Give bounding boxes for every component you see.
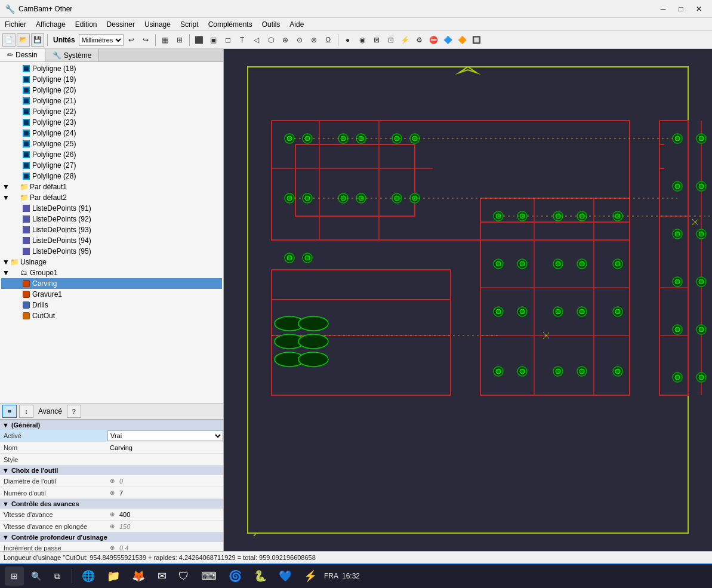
start-button[interactable]: ⊞	[5, 567, 24, 586]
tree-item[interactable]: ListeDePoints (95)	[1, 246, 222, 257]
tool4[interactable]: T	[236, 33, 249, 47]
tab-dessin[interactable]: ✏ Dessin	[0, 49, 45, 61]
tool19[interactable]: 🔶	[456, 33, 469, 47]
tree-expand[interactable]: ▼	[2, 193, 10, 202]
props-row[interactable]: Style	[0, 454, 223, 466]
tool13[interactable]: ⊠	[370, 33, 383, 47]
tree-item[interactable]: Carving	[1, 278, 222, 289]
tree-item[interactable]: ▼📁Usinage	[1, 257, 222, 267]
tree-item[interactable]: Polyligne (18)	[1, 63, 222, 74]
tree-item[interactable]: ListeDePoints (92)	[1, 214, 222, 224]
tree-item[interactable]: Polyligne (25)	[1, 138, 222, 149]
tree-item[interactable]: Polyligne (24)	[1, 128, 222, 138]
menu-edition[interactable]: Edition	[70, 19, 102, 30]
tree-item[interactable]: ▼📁Par défaut2	[1, 192, 222, 203]
task-view-button[interactable]: ⧉	[48, 567, 67, 586]
tree-item[interactable]: Polyligne (22)	[1, 106, 222, 117]
tool20[interactable]: 🔲	[470, 33, 483, 47]
tool18[interactable]: 🔷	[442, 33, 455, 47]
props-row[interactable]: Diamètre de l'outil⊕0	[0, 475, 223, 487]
tool2[interactable]: ▣	[207, 33, 220, 47]
tree-item[interactable]: Polyligne (27)	[1, 160, 222, 171]
tool15[interactable]: ⚡	[399, 33, 412, 47]
save-button[interactable]: 💾	[31, 33, 44, 47]
tool6[interactable]: ⬡	[264, 33, 278, 47]
tree-item[interactable]: ListeDePoints (93)	[1, 224, 222, 235]
tree-item[interactable]: Polyligne (23)	[1, 117, 222, 128]
grid-icon[interactable]: ▦	[159, 33, 172, 47]
arrow-right-icon[interactable]: ↪	[139, 33, 152, 47]
taskbar-electric[interactable]: ⚡	[299, 567, 322, 586]
tool8[interactable]: ⊙	[293, 33, 306, 47]
props-btn[interactable]: ≡	[2, 405, 17, 418]
props-value-select[interactable]: Vrai	[107, 430, 223, 441]
menu-script[interactable]: Script	[175, 19, 204, 30]
tree-item[interactable]: ListeDePoints (91)	[1, 203, 222, 214]
tree-item[interactable]: CutOut	[1, 310, 222, 321]
close-button[interactable]: ✕	[691, 2, 707, 16]
tool17[interactable]: ⛔	[427, 33, 440, 47]
tree-item[interactable]: Gravure1	[1, 289, 222, 300]
props-row[interactable]: Vitesse d'avance en plongée⊕150	[0, 521, 223, 532]
tool14[interactable]: ⊡	[384, 33, 397, 47]
menu-aide[interactable]: Aide	[285, 19, 309, 30]
new-button[interactable]: 📄	[2, 33, 16, 47]
sep4	[338, 34, 338, 46]
tree-item[interactable]: Drills	[1, 300, 222, 310]
tree-view[interactable]: Polyligne (18)Polyligne (19)Polyligne (2…	[0, 62, 223, 403]
tool12[interactable]: ◉	[356, 33, 369, 47]
menu-complements[interactable]: Compléments	[204, 19, 257, 30]
tool16[interactable]: ⚙	[413, 33, 426, 47]
arrow-left-icon[interactable]: ↩	[125, 33, 138, 47]
maximize-button[interactable]: □	[673, 2, 689, 16]
props-row[interactable]: NomCarving	[0, 442, 223, 454]
menu-fichier[interactable]: Fichier	[0, 19, 31, 30]
help-btn[interactable]: ?	[67, 405, 81, 418]
props-row[interactable]: ActivéVrai	[0, 430, 223, 442]
tree-item-label: Groupe1	[30, 269, 58, 277]
tool11[interactable]: ●	[341, 33, 355, 47]
taskbar-vscode[interactable]: 💙	[274, 567, 297, 586]
grid2-icon[interactable]: ⊞	[173, 33, 186, 47]
tool10[interactable]: Ω	[322, 33, 335, 47]
canvas-area[interactable]	[224, 49, 712, 551]
taskbar-firefox[interactable]: 🦊	[127, 567, 150, 586]
open-button[interactable]: 📂	[17, 33, 30, 47]
tree-item[interactable]: Polyligne (28)	[1, 171, 222, 181]
taskbar-ie[interactable]: 🌐	[77, 567, 100, 586]
tab-systeme[interactable]: 🔧 Système	[45, 49, 100, 61]
menu-outils[interactable]: Outils	[257, 19, 285, 30]
sort-btn[interactable]: ↕	[19, 405, 33, 418]
tool1[interactable]: ⬛	[193, 33, 206, 47]
taskbar-explorer[interactable]: 📁	[102, 567, 125, 586]
taskbar-mail[interactable]: ✉	[152, 567, 171, 586]
props-row[interactable]: Incrément de passe⊕0.4	[0, 542, 223, 551]
tree-item[interactable]: ListeDePoints (94)	[1, 235, 222, 246]
menu-dessiner[interactable]: Dessiner	[102, 19, 140, 30]
drawing-canvas[interactable]	[224, 49, 712, 551]
taskbar-python[interactable]: 🐍	[249, 567, 272, 586]
tree-item[interactable]: Polyligne (26)	[1, 149, 222, 160]
tree-item[interactable]: Polyligne (19)	[1, 74, 222, 85]
units-select[interactable]: Millimètres Pouces	[79, 34, 124, 46]
minimize-button[interactable]: ─	[655, 2, 671, 16]
taskbar-app2[interactable]: 🛡	[174, 567, 194, 586]
tool7[interactable]: ⊕	[279, 33, 292, 47]
taskbar-chrome[interactable]: 🌀	[224, 567, 246, 586]
taskbar-terminal[interactable]: ⌨	[196, 567, 221, 586]
tree-item[interactable]: Polyligne (20)	[1, 85, 222, 96]
menu-affichage[interactable]: Affichage	[31, 19, 70, 30]
tree-item[interactable]: ▼🗂Groupe1	[1, 267, 222, 278]
menu-usinage[interactable]: Usinage	[140, 19, 175, 30]
tool9[interactable]: ⊗	[307, 33, 320, 47]
tool5[interactable]: ◁	[250, 33, 263, 47]
tree-expand[interactable]: ▼	[2, 269, 10, 277]
tree-item[interactable]: Polyligne (21)	[1, 96, 222, 106]
props-row[interactable]: Vitesse d'avance⊕400	[0, 509, 223, 521]
search-button[interactable]: 🔍	[26, 567, 45, 586]
tree-expand[interactable]: ▼	[2, 183, 10, 191]
tree-expand[interactable]: ▼	[2, 258, 10, 266]
tree-item[interactable]: ▼📁Par défaut1	[1, 181, 222, 192]
tool3[interactable]: ◻	[221, 33, 235, 47]
props-row[interactable]: Numéro d'outil⊕7	[0, 487, 223, 499]
